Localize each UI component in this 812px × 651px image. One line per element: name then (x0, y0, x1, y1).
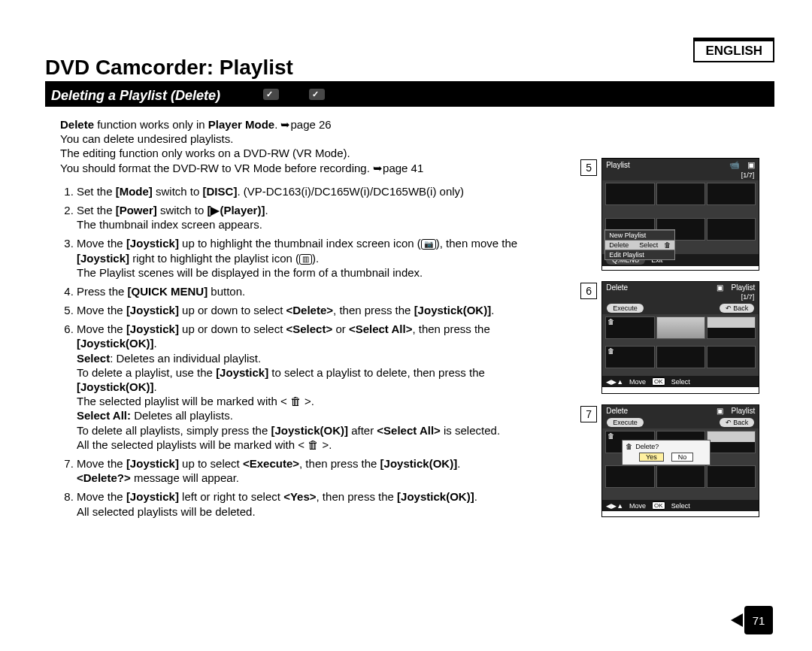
back-button: ↶ Back (720, 418, 755, 427)
thumbnail-index-icon: 📷 (421, 239, 436, 250)
menu-select: Select (639, 241, 658, 249)
page-title: DVD Camcorder: Playlist (45, 56, 774, 80)
menu-new-playlist: New Playlist (609, 232, 646, 239)
move-label: Move (629, 378, 646, 386)
screen5-title: Playlist (606, 161, 630, 169)
screen7-delete-confirm: Delete▣Playlist Execute↶ Back 🗑 🗑Delete? (601, 404, 759, 517)
disc-badge (263, 89, 279, 100)
move-icon: ◀▶▲ (606, 502, 623, 510)
select-label: Select (671, 378, 690, 386)
trash-icon: 🗑 (664, 241, 671, 249)
thumbnail (605, 465, 654, 488)
instruction-text: Delete function works only in Player Mod… (45, 114, 567, 528)
back-button: ↶ Back (720, 304, 755, 313)
thumbnail (707, 346, 756, 368)
trash-icon: 🗑 (607, 347, 614, 355)
trash-icon: 🗑 (626, 443, 632, 450)
trash-icon: 🗑 (607, 318, 614, 326)
screen5-page: [1/7] (602, 171, 759, 180)
callout-7: 7 (580, 406, 597, 422)
screen7-title: Delete (606, 407, 628, 415)
move-label: Move (629, 502, 646, 510)
disc-badge (309, 89, 325, 100)
screen6-delete-select: Delete▣Playlist [1/7] Execute↶ Back 🗑 🗑 … (601, 281, 759, 394)
dialog-question: Delete? (635, 443, 659, 450)
screen6-right: Playlist (731, 283, 755, 292)
delete-dialog: 🗑Delete? Yes No (622, 440, 710, 465)
no-button: No (671, 453, 694, 462)
playlist-icon: ▣ (717, 407, 723, 415)
steps-list: Set the [Mode] switch to [DISC]. (VP-DC1… (77, 184, 567, 519)
thumbnail (707, 218, 756, 241)
thumbnail (656, 465, 705, 488)
thumbnail (656, 316, 705, 339)
quick-menu-panel: New Playlist DeleteSelect🗑 Edit Playlist (604, 229, 675, 260)
execute-button: Execute (607, 304, 644, 313)
thumbnail: 🗑 (605, 346, 654, 368)
playlist-icon: ▣ (747, 160, 755, 170)
yes-button: Yes (639, 453, 664, 462)
thumbnail (707, 431, 756, 453)
screen6-page: [1/7] (602, 293, 759, 302)
screen7-right: Playlist (731, 407, 755, 415)
screen5-playlist-menu: Playlist 📹 ▣ [1/7] (601, 158, 759, 271)
thumbnail (656, 346, 705, 368)
language-tag: ENGLISH (693, 38, 774, 62)
screen6-title: Delete (606, 283, 628, 292)
camcorder-icon: 📹 (729, 160, 740, 170)
thumbnail (605, 183, 654, 205)
menu-edit-playlist: Edit Playlist (609, 251, 644, 259)
select-label: Select (671, 502, 690, 510)
page-number: 71 (744, 606, 773, 634)
ok-badge: OK (652, 501, 665, 510)
callout-6: 6 (580, 283, 597, 299)
playlist-icon: ▣ (717, 283, 723, 292)
playlist-icon: ▥ (299, 254, 312, 265)
section-heading: Deleting a Playlist (Delete) (45, 86, 774, 107)
section-heading-text: Deleting a Playlist (Delete) (51, 88, 220, 103)
callout-5: 5 (580, 159, 597, 176)
trash-icon: 🗑 (607, 432, 614, 440)
bold-term: Player Mode (208, 118, 274, 131)
bold-term: Delete (60, 118, 94, 131)
thumbnail (707, 465, 756, 488)
move-icon: ◀▶▲ (606, 378, 623, 386)
thumbnail: 🗑 (605, 316, 654, 339)
thumbnail (707, 316, 756, 339)
triangle-icon (731, 613, 743, 627)
thumbnail (656, 183, 705, 205)
thumbnail (707, 183, 756, 205)
ok-badge: OK (652, 377, 665, 386)
menu-delete: Delete (609, 241, 629, 249)
execute-button: Execute (607, 418, 644, 427)
